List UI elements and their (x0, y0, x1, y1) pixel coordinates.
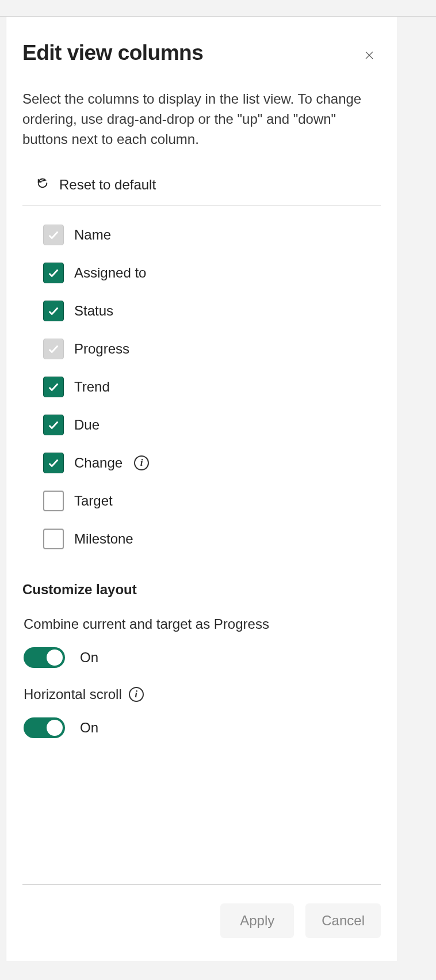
column-row: Status (43, 301, 381, 321)
column-row: Trend (43, 377, 381, 397)
column-checkbox[interactable] (43, 453, 64, 473)
column-label: Status (74, 303, 113, 319)
info-icon[interactable]: i (129, 687, 144, 702)
reset-icon (36, 177, 49, 193)
toggle-row: On (24, 717, 381, 738)
panel-description: Select the columns to display in the lis… (22, 89, 381, 149)
close-button[interactable] (358, 44, 381, 67)
column-checkbox[interactable] (43, 415, 64, 435)
column-label: Due (74, 417, 100, 433)
panel-footer: Apply Cancel (22, 884, 381, 961)
apply-button[interactable]: Apply (220, 903, 294, 938)
toggle-state-label: On (80, 649, 98, 666)
column-checkbox[interactable] (43, 529, 64, 549)
toggle-knob (47, 720, 63, 736)
toggle-knob (47, 649, 63, 666)
column-label: Target (74, 493, 113, 509)
column-row: Assigned to (43, 263, 381, 283)
column-row: Changei (43, 453, 381, 473)
toggle-state-label: On (80, 720, 98, 736)
close-icon (364, 50, 374, 62)
column-label: Progress (74, 341, 129, 357)
toggle-row: On (24, 647, 381, 668)
column-label: Name (74, 227, 111, 243)
column-label: Trend (74, 379, 110, 395)
reset-label: Reset to default (59, 177, 156, 193)
column-label: Milestone (74, 531, 133, 547)
column-checkbox[interactable] (43, 491, 64, 511)
reset-to-default-button[interactable]: Reset to default (36, 177, 381, 193)
edit-view-columns-panel: Edit view columns Select the columns to … (6, 17, 397, 961)
setting-label: Combine current and target as Progress (24, 616, 381, 632)
cancel-button[interactable]: Cancel (305, 903, 381, 938)
customize-layout-heading: Customize layout (22, 582, 381, 598)
panel-title: Edit view columns (22, 41, 203, 65)
divider (22, 206, 381, 206)
toggle-switch[interactable] (24, 647, 65, 668)
column-label: Change (74, 455, 123, 471)
info-icon[interactable]: i (134, 455, 149, 470)
column-list: NameAssigned toStatusProgressTrendDueCha… (43, 225, 381, 549)
column-row: Milestone (43, 529, 381, 549)
column-row: Name (43, 225, 381, 245)
toggle-switch[interactable] (24, 717, 65, 738)
column-checkbox[interactable] (43, 263, 64, 283)
column-checkbox (43, 339, 64, 359)
column-checkbox[interactable] (43, 377, 64, 397)
column-row: Target (43, 491, 381, 511)
column-checkbox (43, 225, 64, 245)
column-label: Assigned to (74, 265, 146, 281)
setting-label: Horizontal scrolli (24, 686, 381, 702)
column-row: Due (43, 415, 381, 435)
column-row: Progress (43, 339, 381, 359)
column-checkbox[interactable] (43, 301, 64, 321)
